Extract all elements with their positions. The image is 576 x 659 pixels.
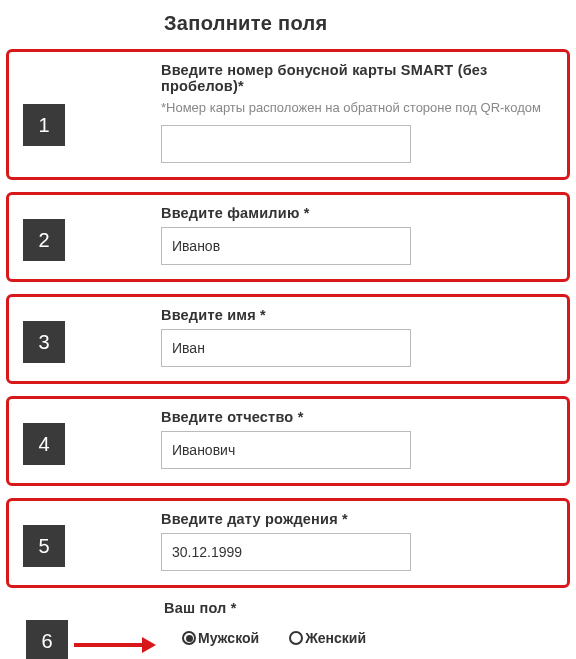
patronymic-input[interactable] <box>161 431 411 469</box>
radio-icon <box>182 631 196 645</box>
gender-male-label: Мужской <box>198 630 259 646</box>
radio-icon <box>289 631 303 645</box>
step-4-box: 4 Введите отчество * <box>6 396 570 486</box>
birthdate-label: Введите дату рождения * <box>161 511 553 527</box>
gender-label: Ваш пол * <box>164 600 570 616</box>
firstname-label: Введите имя * <box>161 307 553 323</box>
firstname-input[interactable] <box>161 329 411 367</box>
step-6-section: 6 Ваш пол * Мужской Женский <box>6 600 570 659</box>
card-number-hint: *Номер карты расположен на обратной стор… <box>161 100 553 115</box>
step-5-box: 5 Введите дату рождения * <box>6 498 570 588</box>
step-2-number: 2 <box>23 219 65 261</box>
step-1-number: 1 <box>23 104 65 146</box>
lastname-label: Введите фамилию * <box>161 205 553 221</box>
step-4-number: 4 <box>23 423 65 465</box>
lastname-input[interactable] <box>161 227 411 265</box>
gender-radio-group: Мужской Женский <box>182 630 570 646</box>
card-number-input[interactable] <box>161 125 411 163</box>
birthdate-input[interactable] <box>161 533 411 571</box>
step-3-box: 3 Введите имя * <box>6 294 570 384</box>
svg-marker-1 <box>142 637 156 653</box>
step-6-number: 6 <box>26 620 68 659</box>
card-number-label: Введите номер бонусной карты SMART (без … <box>161 62 553 94</box>
step-2-box: 2 Введите фамилию * <box>6 192 570 282</box>
patronymic-label: Введите отчество * <box>161 409 553 425</box>
step-5-number: 5 <box>23 525 65 567</box>
arrow-icon <box>72 635 156 655</box>
gender-female-label: Женский <box>305 630 366 646</box>
page-title: Заполните поля <box>164 12 570 35</box>
gender-male-radio[interactable]: Мужской <box>182 630 259 646</box>
step-1-box: 1 Введите номер бонусной карты SMART (бе… <box>6 49 570 180</box>
step-3-number: 3 <box>23 321 65 363</box>
gender-female-radio[interactable]: Женский <box>289 630 366 646</box>
